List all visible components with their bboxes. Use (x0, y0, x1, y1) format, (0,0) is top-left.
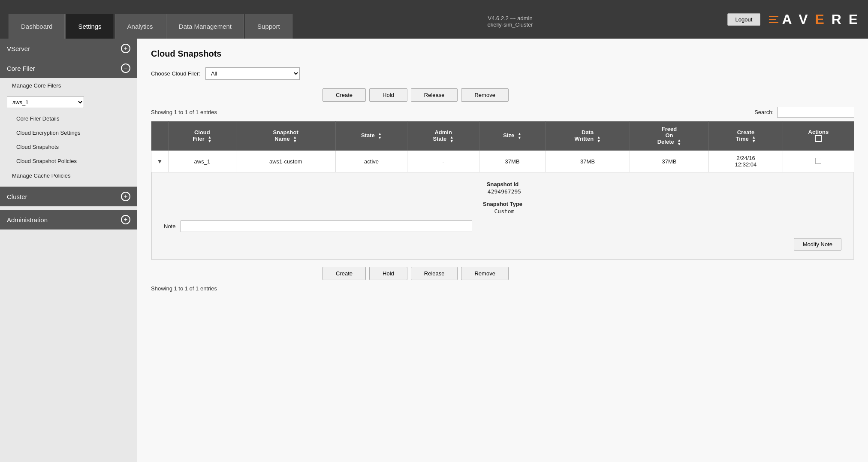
sidebar-corefiler-select[interactable]: aws_1 (7, 97, 84, 108)
main-layout: VServer + Core Filer − Manage Core Filer… (0, 39, 868, 462)
filer-select[interactable]: All aws_1 (205, 67, 300, 80)
page-title: Cloud Snapshots (151, 49, 854, 59)
th-size[interactable]: Size ▲▼ (479, 121, 545, 151)
freed-on-delete-sort-icon: ▲▼ (677, 139, 681, 146)
choose-filer-label: Choose Cloud Filer: (151, 70, 200, 77)
search-label: Search: (754, 109, 774, 115)
sidebar-item-cloud-snapshot-policies[interactable]: Cloud Snapshot Policies (0, 154, 137, 168)
sidebar-section-administration[interactable]: Administration + (0, 210, 137, 229)
note-label: Note (164, 223, 175, 229)
sidebar-item-core-filer-details-label: Core Filer Details (16, 115, 59, 122)
top-action-buttons: Create Hold Release Remove (322, 88, 854, 102)
content-area: Cloud Snapshots Choose Cloud Filer: All … (137, 39, 868, 462)
administration-expand-icon: + (121, 215, 130, 224)
row-freed-on-delete: 37MB (630, 151, 708, 172)
snapshot-type-label: Snapshot Type (164, 201, 841, 207)
snapshot-name-sort-icon: ▲▼ (293, 136, 297, 143)
entries-search-row-top: Showing 1 to 1 of 1 entries Search: (151, 107, 854, 118)
cloud-filer-sort-icon: ▲▼ (208, 136, 211, 143)
expand-arrow-icon[interactable]: ▼ (157, 158, 163, 165)
sidebar-item-cloud-snapshots[interactable]: Cloud Snapshots (0, 140, 137, 154)
th-actions: Actions (783, 121, 854, 151)
nav-tab-analytics[interactable]: Analytics (115, 14, 166, 39)
nav-tabs: DashboardSettingsAnalyticsData Managemen… (9, 0, 293, 39)
size-sort-icon: ▲▼ (518, 132, 521, 140)
state-sort-icon: ▲▼ (378, 132, 382, 140)
snapshot-type-value: Custom (494, 208, 515, 214)
hold-button-top[interactable]: Hold (369, 88, 407, 102)
sidebar-item-core-filer-details[interactable]: Core Filer Details (0, 112, 137, 126)
row-state: active (335, 151, 407, 172)
avere-logo-text: A V E R E (782, 12, 859, 27)
sidebar-section-vserver[interactable]: VServer + (0, 39, 137, 58)
create-button-top[interactable]: Create (322, 88, 366, 102)
release-button-bottom[interactable]: Release (411, 267, 458, 280)
row-size: 37MB (479, 151, 545, 172)
sidebar-section-vserver-label: VServer (7, 45, 30, 52)
row-admin-state: - (407, 151, 479, 172)
cluster-expand-icon: + (121, 192, 130, 201)
sidebar-item-cloud-encryption[interactable]: Cloud Encryption Settings (0, 126, 137, 140)
row-actions-checkbox-cell[interactable] (783, 151, 854, 172)
release-button-top[interactable]: Release (411, 88, 458, 102)
hold-button-bottom[interactable]: Hold (369, 267, 407, 280)
sidebar-item-manage-cache-policies-label: Manage Cache Policies (12, 172, 71, 179)
bottom-action-buttons: Create Hold Release Remove (322, 267, 854, 280)
th-data-written[interactable]: DataWritten ▲▼ (546, 121, 630, 151)
topbar-center: V4.6.2.2 --- admin ekelly-sim_Cluster (293, 15, 727, 28)
nav-tab-settings[interactable]: Settings (66, 14, 114, 39)
entries-info-row-bottom: Showing 1 to 1 of 1 entries (151, 285, 854, 292)
row-expand-cell[interactable]: ▼ (151, 151, 169, 172)
th-create-time[interactable]: CreateTime ▲▼ (709, 121, 783, 151)
modify-note-button[interactable]: Modify Note (794, 238, 841, 251)
search-input[interactable] (777, 107, 854, 118)
snapshot-id-field: Snapshot Id 4294967295 (164, 181, 841, 195)
topbar: DashboardSettingsAnalyticsData Managemen… (0, 0, 868, 39)
snapshot-type-field: Snapshot Type Custom (164, 201, 841, 214)
search-row: Search: (754, 107, 854, 118)
remove-button-bottom[interactable]: Remove (461, 267, 508, 280)
nav-tab-data-management[interactable]: Data Management (166, 14, 244, 39)
row-cloud-filer: aws_1 (169, 151, 236, 172)
actions-header-checkbox[interactable] (815, 135, 822, 142)
nav-tab-dashboard[interactable]: Dashboard (9, 14, 65, 39)
note-input[interactable] (181, 220, 472, 232)
sidebar-item-cloud-encryption-label: Cloud Encryption Settings (16, 130, 81, 136)
detail-footer: Modify Note (164, 238, 841, 251)
sidebar-section-corefiler-label: Core Filer (7, 65, 35, 72)
logout-button[interactable]: Logout (727, 13, 761, 26)
row-snapshot-name: aws1-custom (236, 151, 335, 172)
sidebar-section-corefiler[interactable]: Core Filer − (0, 58, 137, 78)
avere-line-2 (769, 19, 776, 20)
th-admin-state[interactable]: AdminState ▲▼ (407, 121, 479, 151)
cluster-name: ekelly-sim_Cluster (487, 21, 533, 28)
sidebar-item-manage-core-filers[interactable]: Manage Core Filers (0, 78, 137, 93)
sidebar-section-cluster[interactable]: Cluster + (0, 187, 137, 206)
entries-info-bottom: Showing 1 to 1 of 1 entries (151, 285, 217, 292)
avere-logo: A V E R E (769, 12, 859, 27)
detail-section: Snapshot Id 4294967295 Snapshot Type Cus… (151, 172, 854, 260)
th-state[interactable]: State ▲▼ (335, 121, 407, 151)
th-cloud-filer[interactable]: CloudFiler ▲▼ (169, 121, 236, 151)
th-freed-on-delete[interactable]: FreedOnDelete ▲▼ (630, 121, 708, 151)
sidebar-corefiler-dropdown-wrap: aws_1 (0, 93, 137, 112)
create-button-bottom[interactable]: Create (322, 267, 366, 280)
th-snapshot-name[interactable]: SnapshotName ▲▼ (236, 121, 335, 151)
sidebar-section-administration-label: Administration (7, 216, 48, 223)
nav-tab-support[interactable]: Support (245, 14, 292, 39)
data-written-sort-icon: ▲▼ (597, 136, 601, 143)
avere-lines-icon (769, 16, 778, 23)
row-data-written: 37MB (546, 151, 630, 172)
admin-state-sort-icon: ▲▼ (450, 136, 454, 143)
sidebar-item-manage-cache-policies[interactable]: Manage Cache Policies (0, 168, 137, 183)
snapshots-table: CloudFiler ▲▼ SnapshotName ▲▼ State ▲▼ A… (151, 121, 854, 260)
row-checkbox[interactable] (815, 158, 821, 164)
sidebar-item-cloud-snapshots-label: Cloud Snapshots (16, 144, 59, 150)
avere-line-1 (769, 16, 778, 17)
sidebar-section-cluster-label: Cluster (7, 193, 27, 200)
remove-button-top[interactable]: Remove (461, 88, 508, 102)
choose-filer-row: Choose Cloud Filer: All aws_1 (151, 67, 854, 80)
version-info: V4.6.2.2 --- admin (488, 15, 533, 21)
sidebar-item-manage-core-filers-label: Manage Core Filers (12, 82, 61, 89)
vserver-expand-icon: + (121, 44, 130, 53)
